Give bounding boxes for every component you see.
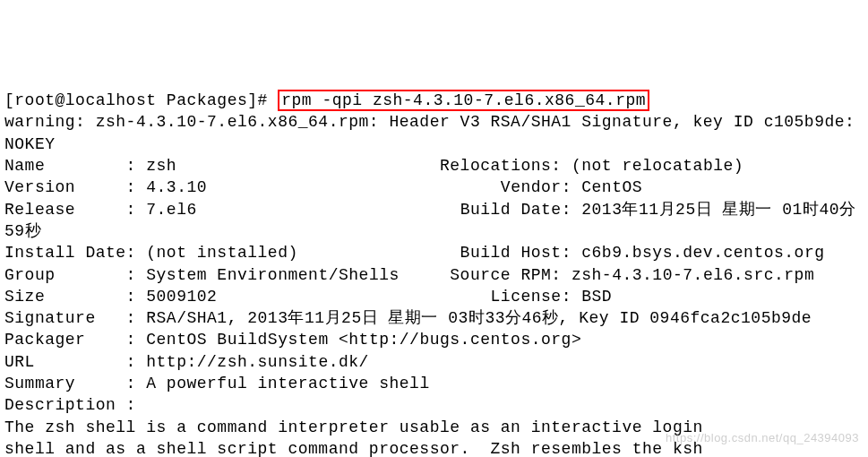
buildhost-label: Build Host: [460, 244, 572, 262]
name-label: Name : [4, 157, 136, 175]
release-label: Release : [4, 201, 136, 219]
vendor-value: CentOS [581, 178, 642, 196]
relocations-label: Relocations: [440, 157, 562, 175]
name-line: Name : zsh Relocations: (not relocatable… [4, 155, 864, 177]
summary-line: Summary : A powerful interactive shell [4, 373, 864, 394]
version-label: Version : [4, 178, 136, 196]
installdate-line: Install Date: (not installed) Build Host… [4, 242, 864, 263]
license-label: License: [491, 288, 572, 306]
warning-line: warning: zsh-4.3.10-7.el6.x86_64.rpm: He… [4, 111, 864, 155]
buildhost-value: c6b9.bsys.dev.centos.org [581, 244, 824, 262]
release-value: 7.el6 [146, 201, 197, 219]
packager-line: Packager : CentOS BuildSystem <http://bu… [4, 329, 864, 350]
command-text: rpm -qpi zsh-4.3.10-7.el6.x86_64.rpm [281, 91, 646, 109]
installdate-label: Install Date: [4, 244, 136, 262]
description-label-line: Description : [4, 394, 864, 416]
url-label: URL : [4, 353, 136, 371]
name-value: zsh [146, 157, 176, 175]
license-value: BSD [581, 288, 612, 306]
relocations-value: (not relocatable) [572, 157, 743, 175]
signature-value: RSA/SHA1, 2013年11月25日 星期一 03时33分46秒, Key… [146, 309, 812, 327]
release-line: Release : 7.el6 Build Date: 2013年11月25日 … [4, 199, 864, 243]
packager-value: CentOS BuildSystem <http://bugs.centos.o… [146, 331, 581, 349]
group-value: System Environment/Shells [146, 266, 400, 284]
watermark-text: https://blog.csdn.net/qq_24394093 [666, 430, 859, 446]
sourcerpm-label: Source RPM: [450, 266, 561, 284]
prompt-line[interactable]: [root@localhost Packages]# rpm -qpi zsh-… [4, 90, 864, 111]
url-value: http://zsh.sunsite.dk/ [146, 353, 369, 371]
shell-prompt: [root@localhost Packages]# [4, 91, 268, 109]
group-label: Group : [4, 266, 136, 284]
size-label: Size : [4, 288, 136, 306]
size-line: Size : 5009102 License: BSD [4, 286, 864, 307]
highlighted-command: rpm -qpi zsh-4.3.10-7.el6.x86_64.rpm [278, 90, 649, 111]
packager-label: Packager : [4, 331, 136, 349]
summary-label: Summary : [4, 375, 136, 392]
version-value: 4.3.10 [146, 178, 207, 196]
vendor-label: Vendor: [501, 178, 572, 196]
size-value: 5009102 [146, 288, 217, 306]
summary-value: A powerful interactive shell [146, 375, 429, 392]
signature-label: Signature : [4, 309, 136, 327]
signature-line: Signature : RSA/SHA1, 2013年11月25日 星期一 03… [4, 307, 864, 329]
version-line: Version : 4.3.10 Vendor: CentOS [4, 177, 864, 198]
group-line: Group : System Environment/Shells Source… [4, 264, 864, 286]
url-line: URL : http://zsh.sunsite.dk/ [4, 351, 864, 373]
sourcerpm-value: zsh-4.3.10-7.el6.src.rpm [572, 266, 814, 284]
installdate-value: (not installed) [146, 244, 298, 262]
builddate-label: Build Date: [460, 201, 572, 219]
